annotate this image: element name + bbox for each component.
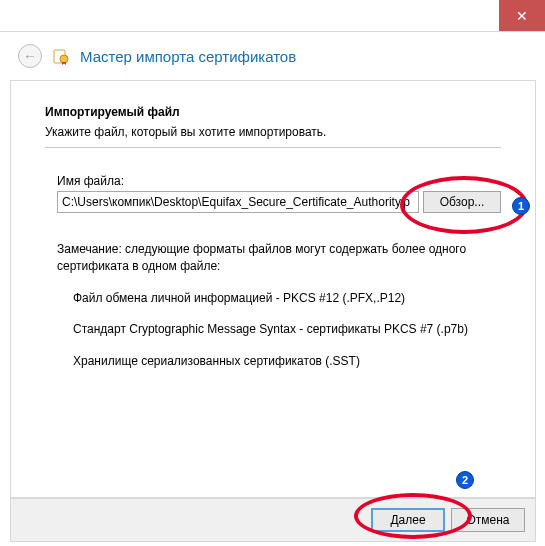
back-arrow-icon: ← — [23, 48, 37, 64]
certificate-wizard-icon — [52, 47, 70, 65]
close-icon: ✕ — [516, 8, 528, 24]
note-item: Хранилище сериализованных сертификатов (… — [73, 353, 501, 370]
note-item: Стандарт Cryptographic Message Syntax - … — [73, 321, 501, 338]
file-label: Имя файла: — [57, 174, 501, 188]
cancel-button[interactable]: Отмена — [451, 508, 525, 532]
svg-point-1 — [60, 55, 68, 63]
note-item: Файл обмена личной информацией - PKCS #1… — [73, 290, 501, 307]
wizard-content: Импортируемый файл Укажите файл, который… — [10, 80, 536, 498]
wizard-title: Мастер импорта сертификатов — [80, 48, 296, 65]
close-button[interactable]: ✕ — [499, 0, 545, 31]
section-title: Импортируемый файл — [45, 105, 501, 119]
divider — [45, 147, 501, 148]
section-subtitle: Укажите файл, который вы хотите импортир… — [45, 125, 501, 139]
browse-button[interactable]: Обзор... — [423, 191, 501, 213]
next-button[interactable]: Далее — [371, 508, 445, 532]
titlebar: ✕ — [0, 0, 545, 32]
wizard-footer: Далее Отмена — [10, 498, 536, 542]
back-button[interactable]: ← — [18, 44, 42, 68]
file-path-input[interactable] — [57, 191, 419, 213]
note-block: Замечание: следующие форматы файлов могу… — [57, 241, 501, 370]
note-lead: Замечание: следующие форматы файлов могу… — [57, 241, 501, 276]
wizard-header: ← Мастер импорта сертификатов — [0, 32, 545, 78]
file-row: Обзор... — [57, 191, 501, 213]
